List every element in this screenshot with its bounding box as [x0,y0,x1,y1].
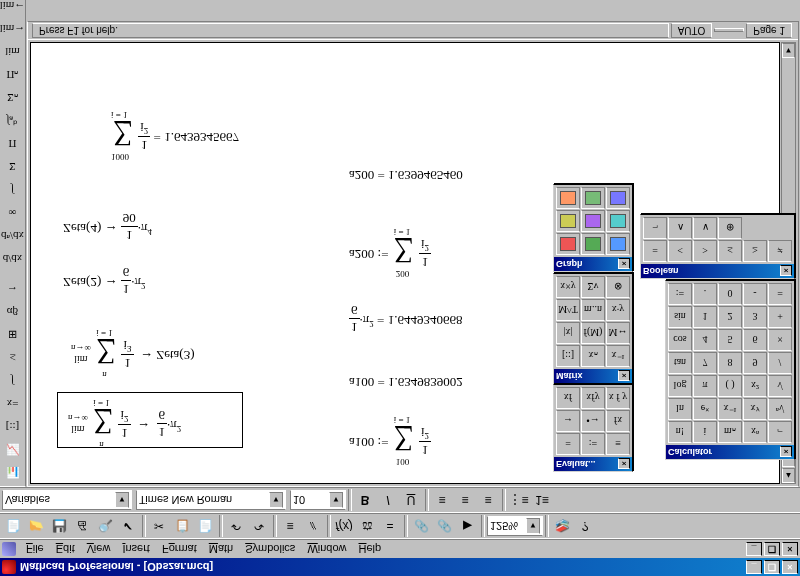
calc-btn-12[interactable]: ( ) [718,375,742,397]
greek-palette-button[interactable]: αβ [2,301,24,323]
calc-btn-0[interactable]: n! [668,421,692,443]
graph-btn-4[interactable] [581,210,605,232]
align2-button[interactable]: ⫽ [302,515,324,537]
menu-window[interactable]: Window [301,541,352,557]
calc-btn-3[interactable]: xⁿ [743,421,767,443]
calc-btn-5[interactable]: ln [668,398,692,420]
close-icon[interactable]: × [618,371,630,382]
help-button[interactable]: ? [574,515,596,537]
graph-palette-title[interactable]: Graph × [554,257,632,271]
calc-btn-14[interactable]: √ [768,375,792,397]
doc-close[interactable]: × [782,542,798,556]
align-center-button[interactable]: ≡ [454,489,476,511]
zoom-combo[interactable]: ▼ [487,516,543,536]
align-left-button[interactable]: ≡ [431,489,453,511]
copy-button[interactable]: 📋 [171,515,193,537]
infinity-button[interactable]: ∞ [2,202,24,224]
eval-btn-4[interactable]: •→ [581,410,605,432]
align-right-button[interactable]: ≡ [477,489,499,511]
equation-a200-def[interactable]: a200 := i = 1 ∑ 200 1i2 [349,236,431,270]
deriv-button[interactable]: d/dx [2,248,24,270]
programming-palette-button[interactable]: ⊞ [2,324,24,346]
product-range-button[interactable]: Πₙ [2,64,24,86]
equation-a100-def[interactable]: a100 := i = 1 ∑ 100 1i2 [349,424,431,458]
resource-button[interactable]: 📚 [551,515,573,537]
graph-btn-7[interactable] [581,187,605,209]
matrix-btn-4[interactable]: f(M) [581,322,605,344]
scroll-up-button[interactable]: ▲ [782,468,795,483]
menu-file[interactable]: File [20,541,50,557]
calc-btn-22[interactable]: 5 [718,329,742,351]
eval-btn-7[interactable]: xfy [581,387,605,409]
save-button[interactable]: 💾 [48,515,70,537]
integral-button[interactable]: ∫ [2,179,24,201]
undo-button[interactable]: ↶ [225,515,247,537]
spell-button[interactable]: ✔ [117,515,139,537]
calc-btn-6[interactable]: eˣ [693,398,717,420]
open-button[interactable]: 📂 [25,515,47,537]
equation-a200-val[interactable]: a200 = 1.6399465460 [349,167,463,183]
close-icon[interactable]: × [618,259,630,270]
menu-view[interactable]: View [81,541,117,557]
bool-btn-2[interactable]: > [693,240,717,262]
equation-zeta4[interactable]: Zeta(4) → 190·π4 [63,210,152,243]
bool-btn-5[interactable]: ≠ [768,240,792,262]
eval-btn-6[interactable]: xf [556,387,580,409]
calc-btn-2[interactable]: mₙ [718,421,742,443]
bool-btn-3[interactable]: ≤ [718,240,742,262]
bool-btn-9[interactable]: ⊕ [718,217,742,239]
eval-btn-0[interactable]: = [556,433,580,455]
matrix-btn-5[interactable]: M↔ [606,322,630,344]
align-button[interactable]: ≡ [279,515,301,537]
calc-btn-25[interactable]: sin [668,306,692,328]
print-button[interactable]: 🖨 [71,515,93,537]
calc-btn-10[interactable]: log [668,375,692,397]
calc-btn-16[interactable]: 7 [693,352,717,374]
calc-btn-27[interactable]: 2 [718,306,742,328]
graph-btn-0[interactable] [556,233,580,255]
matrix-btn-11[interactable]: ⊗ [606,276,630,298]
matrix-btn-1[interactable]: xₙ [581,345,605,367]
eval-palette-button[interactable]: x= [2,393,24,415]
bool-btn-7[interactable]: ∧ [668,217,692,239]
font-combo[interactable]: ▼ [136,490,286,510]
graph-btn-2[interactable] [606,233,630,255]
eval-btn-1[interactable]: := [581,433,605,455]
preview-button[interactable]: 🔍 [94,515,116,537]
bool-btn-0[interactable]: = [643,240,667,262]
calc-btn-9[interactable]: ⁿ√ [768,398,792,420]
eval-btn-3[interactable]: → [556,410,580,432]
calc-btn-19[interactable]: / [768,352,792,374]
matrix-btn-9[interactable]: x×y [556,276,580,298]
matrix-btn-3[interactable]: |x| [556,322,580,344]
calc-btn-32[interactable]: 0 [718,283,742,305]
matrix-btn-2[interactable]: x⁻¹ [606,345,630,367]
bool-btn-6[interactable]: ¬ [643,217,667,239]
graph-btn-3[interactable] [556,210,580,232]
new-button[interactable]: 📄 [2,515,24,537]
close-icon[interactable]: × [780,266,792,277]
graph-btn-5[interactable] [606,210,630,232]
chevron-down-icon[interactable]: ▼ [329,492,343,508]
maximize-button[interactable]: ❐ [764,560,780,574]
graph-btn-1[interactable] [581,233,605,255]
limit-left-button[interactable]: lim← [2,0,24,17]
boolean-palette-button[interactable]: ≤ [2,347,24,369]
calc-button[interactable]: = [379,515,401,537]
bool-btn-8[interactable]: ∨ [693,217,717,239]
calculator-palette-title[interactable]: Calculator × [666,445,794,459]
hyperlink-button[interactable]: 🔗 [433,515,455,537]
matrix-btn-8[interactable]: x·y [606,299,630,321]
sum-button[interactable]: Σ [2,156,24,178]
graph-btn-8[interactable] [606,187,630,209]
calc-btn-29[interactable]: + [768,306,792,328]
equation-boxed-limit[interactable]: limn→∞ n ∑ i = 1 1i2 → 16·π2 [57,392,243,448]
limit-right-button[interactable]: lim→ [2,18,24,40]
def-integral-button[interactable]: ∫ₐᵇ [2,110,24,132]
evaluation-palette-title[interactable]: Evaluat... × [554,457,632,471]
calc-btn-8[interactable]: xʸ [743,398,767,420]
calculus-palette-button[interactable]: ∫ [2,370,24,392]
eval-btn-8[interactable]: x f y [606,387,630,409]
calc-btn-18[interactable]: 9 [743,352,767,374]
boolean-palette-title[interactable]: Boolean × [641,264,794,278]
